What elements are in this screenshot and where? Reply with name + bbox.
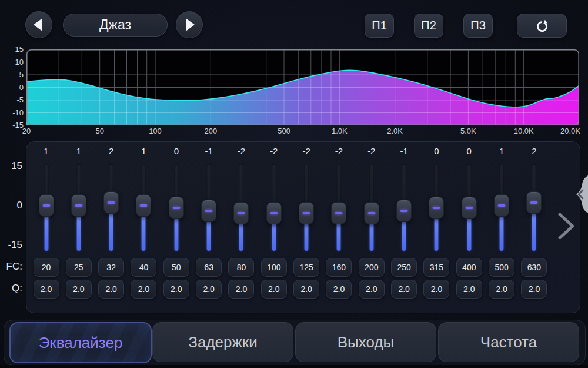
band-gain-slider[interactable] bbox=[365, 163, 379, 252]
band-fc-button[interactable]: 125 bbox=[293, 258, 319, 277]
band-gain-value: 1 bbox=[30, 146, 63, 156]
drawer-handle[interactable] bbox=[570, 175, 588, 213]
memory-preset-button-2[interactable]: П2 bbox=[414, 14, 443, 38]
band-gain-value: -2 bbox=[322, 146, 355, 156]
eq-band-500: 15002.0 bbox=[485, 141, 518, 312]
band-q-button[interactable]: 2.0 bbox=[456, 280, 482, 299]
slider-thumb[interactable] bbox=[331, 202, 346, 224]
band-gain-slider[interactable] bbox=[136, 163, 151, 252]
slider-thumb[interactable] bbox=[494, 194, 509, 217]
tab-outputs[interactable]: Выходы bbox=[295, 322, 436, 362]
band-fc-button[interactable]: 400 bbox=[456, 258, 482, 277]
band-fc-button[interactable]: 500 bbox=[489, 258, 514, 277]
band-fc-button[interactable]: 25 bbox=[66, 258, 92, 277]
band-gain-slider[interactable] bbox=[495, 163, 509, 252]
band-gain-slider[interactable] bbox=[429, 163, 443, 252]
slider-thumb[interactable] bbox=[266, 202, 282, 224]
slider-thumb[interactable] bbox=[526, 191, 542, 214]
slider-thumb[interactable] bbox=[71, 194, 86, 217]
band-fc-button[interactable]: 160 bbox=[326, 258, 352, 277]
band-q-button[interactable]: 2.0 bbox=[521, 280, 547, 299]
y-tick-label: -10 bbox=[1, 108, 24, 118]
band-fc-button[interactable]: 200 bbox=[359, 258, 385, 277]
band-gain-slider[interactable] bbox=[462, 163, 476, 252]
preset-next-button[interactable] bbox=[176, 11, 203, 38]
band-q-button[interactable]: 2.0 bbox=[326, 280, 352, 299]
band-q-button[interactable]: 2.0 bbox=[293, 280, 319, 299]
band-q-button[interactable]: 2.0 bbox=[66, 280, 92, 299]
preset-selector[interactable]: Джаз bbox=[63, 14, 168, 37]
slider-thumb[interactable] bbox=[169, 197, 184, 219]
band-gain-slider[interactable] bbox=[332, 163, 346, 252]
band-q-button[interactable]: 2.0 bbox=[196, 280, 222, 299]
y-tick-label: -5 bbox=[1, 95, 24, 105]
band-gain-slider[interactable] bbox=[267, 163, 281, 252]
band-q-button[interactable]: 2.0 bbox=[98, 280, 124, 299]
tab-frequency[interactable]: Частота bbox=[438, 322, 579, 362]
fc-row-label: FC: bbox=[1, 261, 22, 273]
y-tick-label: 0 bbox=[1, 83, 24, 92]
band-q-button[interactable]: 2.0 bbox=[163, 280, 189, 299]
band-fc-button[interactable]: 630 bbox=[521, 258, 547, 277]
band-gain-slider[interactable] bbox=[527, 163, 541, 252]
band-gain-slider[interactable] bbox=[202, 163, 216, 252]
band-gain-slider[interactable] bbox=[169, 163, 183, 252]
band-fc-button[interactable]: 250 bbox=[391, 258, 417, 277]
bottom-edge bbox=[0, 365, 588, 368]
band-q-button[interactable]: 2.0 bbox=[489, 280, 514, 299]
band-q-button[interactable]: 2.0 bbox=[131, 280, 156, 299]
band-gain-value: -1 bbox=[387, 146, 420, 156]
slider-thumb[interactable] bbox=[396, 200, 412, 222]
eq-band-630: 26302.0 bbox=[517, 141, 550, 312]
band-gain-slider[interactable] bbox=[299, 163, 313, 252]
band-fc-button[interactable]: 63 bbox=[196, 258, 222, 277]
band-fc-button[interactable]: 40 bbox=[131, 258, 156, 277]
more-bands-button[interactable] bbox=[557, 213, 581, 239]
eq-band-250: -12502.0 bbox=[387, 141, 420, 312]
preset-prev-button[interactable] bbox=[25, 11, 52, 38]
band-q-button[interactable]: 2.0 bbox=[228, 280, 254, 299]
preset-name: Джаз bbox=[99, 17, 131, 33]
band-fc-button[interactable]: 50 bbox=[163, 258, 189, 277]
band-gain-slider[interactable] bbox=[397, 163, 411, 252]
slider-thumb[interactable] bbox=[103, 191, 119, 214]
memory-preset-button-3[interactable]: П3 bbox=[463, 14, 493, 38]
band-fc-button[interactable]: 32 bbox=[98, 258, 124, 277]
eq-band-20: 1202.0 bbox=[30, 141, 63, 312]
slider-thumb[interactable] bbox=[233, 202, 249, 224]
band-fc-button[interactable]: 100 bbox=[261, 258, 287, 277]
y-tick-label: 15 bbox=[1, 45, 24, 54]
band-fc-button[interactable]: 315 bbox=[423, 258, 449, 277]
eq-band-100: -21002.0 bbox=[258, 141, 290, 312]
slider-thumb[interactable] bbox=[201, 200, 216, 222]
band-q-button[interactable]: 2.0 bbox=[359, 280, 385, 299]
x-tick-label: 20.0K bbox=[557, 127, 583, 135]
tab-delays[interactable]: Задержки bbox=[152, 322, 293, 362]
band-gain-value: -2 bbox=[290, 146, 323, 156]
slider-thumb[interactable] bbox=[364, 202, 379, 224]
band-gain-slider[interactable] bbox=[72, 163, 86, 252]
band-fc-button[interactable]: 20 bbox=[34, 258, 59, 277]
band-gain-slider[interactable] bbox=[234, 163, 248, 252]
x-tick-label: 50 bbox=[87, 127, 113, 135]
reset-button[interactable] bbox=[517, 14, 567, 38]
memory-preset-button-1[interactable]: П1 bbox=[365, 14, 394, 38]
band-q-button[interactable]: 2.0 bbox=[423, 280, 449, 299]
slider-thumb[interactable] bbox=[39, 194, 54, 217]
frequency-response-plot bbox=[26, 49, 579, 125]
band-q-button[interactable]: 2.0 bbox=[261, 280, 287, 299]
slider-thumb[interactable] bbox=[462, 197, 477, 219]
band-q-button[interactable]: 2.0 bbox=[34, 280, 59, 299]
band-gain-value: 0 bbox=[420, 146, 453, 156]
band-gain-slider[interactable] bbox=[39, 163, 54, 252]
slider-thumb[interactable] bbox=[429, 197, 444, 219]
slider-thumb[interactable] bbox=[136, 194, 151, 217]
band-fc-button[interactable]: 80 bbox=[228, 258, 254, 277]
scale-label-zero: 0 bbox=[1, 200, 22, 211]
tab-equalizer[interactable]: Эквалайзер bbox=[9, 322, 152, 363]
band-gain-slider[interactable] bbox=[104, 163, 118, 252]
q-row-label: Q: bbox=[1, 283, 22, 294]
band-q-button[interactable]: 2.0 bbox=[391, 280, 417, 299]
band-gain-value: -2 bbox=[355, 146, 388, 156]
slider-thumb[interactable] bbox=[299, 202, 314, 224]
